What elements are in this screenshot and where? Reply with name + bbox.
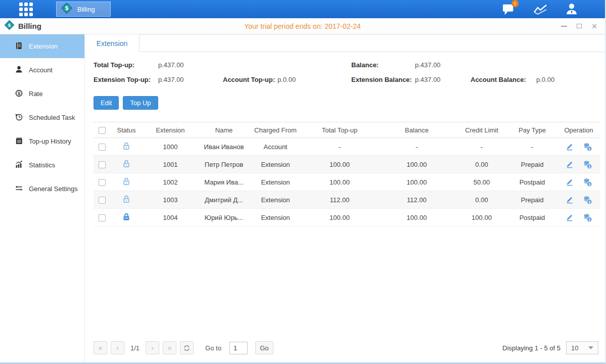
row-checkbox[interactable] bbox=[99, 197, 106, 204]
cell-extension: 1001 bbox=[142, 156, 199, 173]
table-row: 1004 Юрий Юрь... Extension 100.00 100.00… bbox=[94, 209, 600, 226]
topup-row-icon[interactable]: $ bbox=[583, 160, 592, 169]
summary-balance: Balance:p.437.00 bbox=[351, 61, 471, 69]
edit-button[interactable]: Edit bbox=[94, 96, 119, 110]
notifications-chat-icon[interactable]: ! bbox=[501, 2, 517, 17]
cell-credit-limit: 0.00 bbox=[456, 156, 507, 173]
column-header: Extension bbox=[142, 122, 199, 138]
top-bar: $ Billing ! bbox=[0, 0, 605, 18]
sidebar-item-scheduled-task[interactable]: Scheduled Task bbox=[0, 106, 84, 129]
prev-page-button[interactable]: ‹ bbox=[111, 341, 124, 354]
sidebar-item-label: Scheduled Task bbox=[29, 114, 75, 121]
cell-extension: 1000 bbox=[142, 138, 199, 156]
cell-total-topup: - bbox=[302, 138, 378, 156]
goto-label: Go to bbox=[205, 344, 221, 352]
row-checkbox[interactable] bbox=[99, 179, 106, 186]
tab-extension[interactable]: Extension bbox=[85, 34, 139, 52]
cell-charged-from: Account bbox=[249, 138, 302, 156]
cell-extension: 1004 bbox=[142, 209, 199, 226]
cell-pay-type: Prepaid bbox=[507, 156, 557, 173]
cell-total-topup: 112.00 bbox=[302, 191, 378, 209]
cell-name: Юрий Юрь... bbox=[199, 209, 249, 226]
select-all-checkbox[interactable] bbox=[99, 127, 106, 134]
sidebar-item-general-settings[interactable]: General Settings bbox=[0, 177, 84, 201]
edit-row-icon[interactable] bbox=[565, 213, 574, 222]
top-up-button[interactable]: Top Up bbox=[123, 96, 158, 110]
status-unlocked-icon[interactable] bbox=[122, 198, 131, 205]
toolbar: Edit Top Up bbox=[94, 96, 598, 110]
table-row: 1001 Петр Петров Extension 100.00 100.00… bbox=[94, 156, 600, 173]
extension-ledger-icon bbox=[15, 41, 23, 52]
cell-total-topup: 100.00 bbox=[302, 156, 378, 173]
page-indicator: 1/1 bbox=[130, 344, 139, 352]
summary-account-topup: Account Top-up:p.0.00 bbox=[223, 76, 351, 83]
cell-credit-limit: 50.00 bbox=[456, 173, 507, 191]
topup-row-icon[interactable]: $ bbox=[583, 177, 592, 187]
sidebar-item-statistics[interactable]: Statistics bbox=[0, 153, 84, 177]
pagination-bar: « ‹ 1/1 › » Go t bbox=[94, 337, 598, 362]
row-checkbox[interactable] bbox=[99, 161, 106, 168]
summary-total-topup: Total Top-up:p.437.00 bbox=[94, 61, 223, 69]
close-icon[interactable]: × bbox=[591, 23, 598, 30]
topup-history-notebook-icon bbox=[15, 136, 23, 147]
maximize-icon[interactable] bbox=[576, 23, 583, 30]
edit-row-icon[interactable] bbox=[565, 160, 574, 169]
chevron-down-icon bbox=[588, 346, 593, 349]
cell-balance: 100.00 bbox=[378, 156, 456, 173]
column-header: Name bbox=[199, 122, 249, 138]
billing-diamond-icon: $ bbox=[61, 2, 73, 16]
topup-row-icon[interactable]: $ bbox=[583, 142, 592, 152]
go-button[interactable]: Go bbox=[255, 341, 273, 354]
last-page-button[interactable]: » bbox=[163, 341, 176, 354]
cell-name: Дмитрий Д... bbox=[199, 191, 249, 209]
edit-row-icon[interactable] bbox=[565, 195, 574, 204]
main-panel: Extension Total Top-up:p.437.00 Balance:… bbox=[85, 34, 605, 362]
column-header: Balance bbox=[378, 122, 456, 138]
edit-row-icon[interactable] bbox=[565, 177, 574, 187]
row-checkbox[interactable] bbox=[99, 144, 106, 151]
topbar-tab-billing[interactable]: $ Billing bbox=[56, 2, 111, 17]
cell-charged-from: Extension bbox=[249, 191, 302, 209]
sidebar-item-account[interactable]: Account bbox=[0, 58, 84, 82]
minimize-icon[interactable] bbox=[561, 23, 568, 30]
refresh-button[interactable] bbox=[180, 341, 194, 354]
cell-charged-from: Extension bbox=[249, 209, 302, 226]
svg-text:$: $ bbox=[65, 5, 68, 11]
first-page-button[interactable]: « bbox=[94, 341, 107, 354]
status-unlocked-icon[interactable] bbox=[122, 145, 131, 152]
account-person-icon bbox=[15, 65, 23, 75]
status-locked-icon[interactable] bbox=[122, 215, 131, 223]
status-unlocked-icon[interactable] bbox=[122, 180, 131, 188]
cell-pay-type: - bbox=[507, 138, 557, 156]
topup-row-icon[interactable]: $ bbox=[583, 195, 592, 205]
table-header-row: Status Extension Name Charged From Total… bbox=[94, 122, 600, 138]
svg-text:$: $ bbox=[589, 200, 591, 204]
edit-row-icon[interactable] bbox=[565, 142, 574, 151]
general-settings-arrows-icon bbox=[15, 184, 23, 194]
cell-balance: 112.00 bbox=[378, 191, 456, 209]
next-page-button[interactable]: › bbox=[146, 341, 159, 354]
svg-text:$: $ bbox=[18, 90, 20, 96]
sidebar-item-label: Rate bbox=[29, 90, 42, 98]
cell-name: Петр Петров bbox=[199, 156, 249, 173]
app-grid-icon[interactable] bbox=[19, 3, 33, 16]
user-account-icon[interactable] bbox=[564, 2, 580, 17]
sidebar-item-topup-history[interactable]: Top-up History bbox=[0, 129, 84, 153]
sidebar-item-extension[interactable]: Extension bbox=[0, 34, 84, 58]
reports-chart-icon[interactable] bbox=[532, 2, 548, 17]
summary-account-balance: Account Balance:p.0.00 bbox=[471, 76, 598, 83]
cell-charged-from: Extension bbox=[249, 156, 302, 173]
rate-dollar-circle-icon: $ bbox=[15, 89, 23, 99]
row-checkbox[interactable] bbox=[99, 214, 106, 221]
table-row: 1000 Иван Иванов Account - - - - bbox=[94, 138, 600, 156]
cell-name: Иван Иванов bbox=[199, 138, 249, 156]
goto-page-input[interactable] bbox=[229, 342, 248, 354]
cell-total-topup: 100.00 bbox=[302, 173, 378, 191]
cell-charged-from: Extension bbox=[249, 173, 302, 191]
status-unlocked-icon[interactable] bbox=[122, 162, 131, 170]
page-size-dropdown[interactable]: 10 bbox=[566, 341, 598, 354]
summary-extension-topup: Extension Top-up:p.437.00 bbox=[94, 76, 223, 83]
topup-row-icon[interactable]: $ bbox=[583, 213, 592, 222]
sidebar-item-rate[interactable]: $ Rate bbox=[0, 82, 84, 106]
sidebar-item-label: Statistics bbox=[29, 161, 55, 169]
